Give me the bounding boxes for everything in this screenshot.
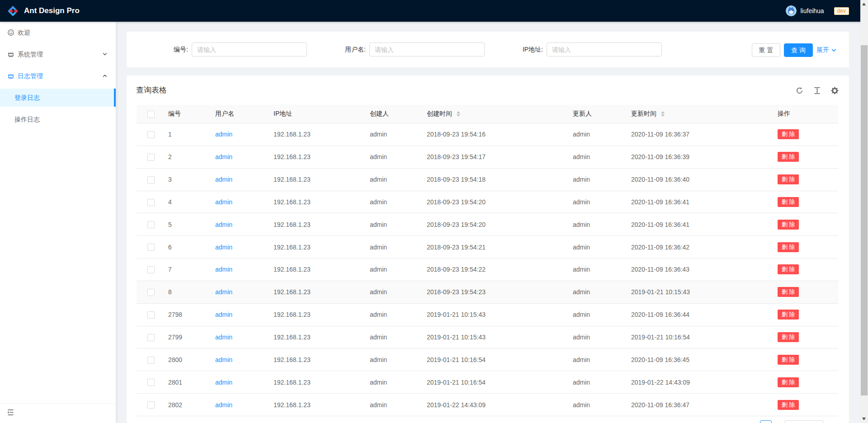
cell-updated: 2020-11-09 16:36:41 bbox=[631, 198, 689, 206]
row-checkbox[interactable] bbox=[147, 357, 155, 364]
user-link[interactable]: admin bbox=[215, 198, 232, 206]
row-checkbox[interactable] bbox=[147, 199, 155, 206]
col-header-created[interactable]: 创建时间 bbox=[420, 105, 566, 123]
query-button[interactable]: 查 询 bbox=[784, 43, 813, 57]
table-row: 2801admin192.168.1.23admin2019-01-21 10:… bbox=[137, 371, 838, 394]
table-row: 5admin192.168.1.23admin2018-09-23 19:54:… bbox=[137, 213, 838, 236]
sidebar-item-log-mgmt[interactable]: 日志管理 bbox=[0, 67, 116, 85]
sidebar-item-system-mgmt[interactable]: 系统管理 bbox=[0, 45, 116, 63]
table-card: 查询表格 bbox=[127, 75, 849, 423]
cell-created: 2018-09-23 19:54:17 bbox=[427, 153, 486, 160]
menu-fold-icon[interactable] bbox=[7, 409, 14, 416]
delete-button[interactable]: 删 除 bbox=[778, 242, 799, 252]
sidebar-item-welcome[interactable]: 欢迎 bbox=[0, 24, 116, 42]
cell-updated: 2019-01-21 10:15:43 bbox=[631, 288, 690, 296]
username[interactable]: liufeihua bbox=[800, 7, 824, 14]
row-checkbox[interactable] bbox=[147, 131, 155, 138]
reset-button[interactable]: 重 置 bbox=[752, 43, 780, 57]
ip-label: IP地址: bbox=[523, 42, 543, 56]
user-link[interactable]: admin bbox=[215, 221, 232, 228]
pagination-current-page[interactable]: 1 bbox=[760, 420, 772, 423]
user-link[interactable]: admin bbox=[215, 334, 232, 341]
delete-button[interactable]: 删 除 bbox=[778, 310, 799, 320]
row-checkbox[interactable] bbox=[147, 401, 155, 409]
row-checkbox[interactable] bbox=[147, 266, 155, 273]
cell-id: 2801 bbox=[168, 379, 182, 386]
delete-button[interactable]: 删 除 bbox=[778, 355, 799, 365]
user-link[interactable]: admin bbox=[215, 379, 232, 386]
cell-updater: admin bbox=[573, 266, 590, 273]
row-checkbox[interactable] bbox=[147, 176, 155, 183]
delete-button[interactable]: 删 除 bbox=[778, 377, 799, 387]
crown-icon bbox=[8, 73, 14, 79]
reload-icon[interactable] bbox=[796, 87, 803, 94]
cell-id: 1 bbox=[168, 131, 172, 138]
page-scrollbar[interactable] bbox=[860, 0, 868, 423]
app-title: Ant Design Pro bbox=[24, 6, 80, 15]
table-row: 3admin192.168.1.23admin2018-09-23 19:54:… bbox=[137, 169, 838, 191]
row-checkbox[interactable] bbox=[147, 311, 155, 319]
user-link[interactable]: admin bbox=[215, 288, 232, 296]
user-avatar[interactable] bbox=[786, 5, 797, 16]
row-checkbox[interactable] bbox=[147, 221, 155, 228]
delete-button[interactable]: 删 除 bbox=[778, 264, 799, 274]
col-header-creator: 创建人 bbox=[363, 105, 420, 123]
delete-button[interactable]: 删 除 bbox=[778, 332, 799, 342]
sidebar-item-login-log[interactable]: 登录日志 bbox=[0, 89, 116, 107]
cell-updater: admin bbox=[573, 288, 590, 296]
sorter-icon[interactable] bbox=[661, 111, 665, 117]
user-link[interactable]: admin bbox=[215, 153, 232, 160]
select-all-checkbox[interactable] bbox=[147, 111, 155, 118]
row-checkbox[interactable] bbox=[147, 334, 155, 341]
col-header-updated[interactable]: 更新时间 bbox=[624, 105, 770, 123]
column-height-icon[interactable] bbox=[813, 87, 821, 94]
cell-creator: admin bbox=[370, 311, 387, 318]
cell-ip: 192.168.1.23 bbox=[274, 311, 311, 318]
delete-button[interactable]: 删 除 bbox=[778, 287, 799, 297]
user-link[interactable]: admin bbox=[215, 401, 232, 409]
settings-gear-icon[interactable] bbox=[831, 87, 839, 94]
cell-created: 2019-01-22 14:43:09 bbox=[427, 401, 486, 409]
cell-created: 2018-09-23 19:54:22 bbox=[427, 266, 486, 273]
delete-button[interactable]: 删 除 bbox=[778, 400, 799, 410]
user-link[interactable]: admin bbox=[215, 266, 232, 273]
sidebar-item-label: 日志管理 bbox=[18, 67, 43, 85]
delete-button[interactable]: 删 除 bbox=[778, 152, 799, 162]
data-table: 编号 用户名 IP地址 创建人 创建时间 更新人 更新时间 操作 1admin1… bbox=[137, 105, 838, 416]
delete-button[interactable]: 删 除 bbox=[778, 220, 799, 230]
row-checkbox[interactable] bbox=[147, 379, 155, 386]
user-link[interactable]: admin bbox=[215, 131, 232, 138]
pagination-page-size-select[interactable] bbox=[784, 420, 824, 423]
user-link[interactable]: admin bbox=[215, 311, 232, 318]
cell-id: 2800 bbox=[168, 356, 182, 363]
delete-button[interactable]: 删 除 bbox=[778, 129, 799, 139]
cell-ip: 192.168.1.23 bbox=[274, 244, 311, 251]
row-checkbox[interactable] bbox=[147, 244, 155, 251]
row-checkbox[interactable] bbox=[147, 154, 155, 161]
ip-input[interactable] bbox=[547, 42, 662, 56]
scrollbar-thumb[interactable] bbox=[861, 45, 868, 395]
sidebar-item-operation-log[interactable]: 操作日志 bbox=[0, 110, 116, 128]
cell-ip: 192.168.1.23 bbox=[274, 356, 311, 363]
cell-updated: 2020-11-09 16:36:39 bbox=[631, 153, 689, 160]
user-link[interactable]: admin bbox=[215, 176, 232, 183]
logo[interactable]: Ant Design Pro bbox=[7, 0, 80, 22]
row-checkbox[interactable] bbox=[147, 289, 155, 296]
scrollbar-up-arrow[interactable] bbox=[862, 3, 866, 5]
user-link[interactable]: admin bbox=[215, 356, 232, 363]
cell-updated: 2019-01-21 10:16:54 bbox=[631, 334, 690, 341]
sidebar-item-label: 登录日志 bbox=[14, 89, 40, 107]
cell-created: 2018-09-23 19:54:20 bbox=[427, 198, 486, 206]
delete-button[interactable]: 删 除 bbox=[778, 174, 799, 184]
sorter-icon[interactable] bbox=[457, 111, 460, 117]
table-title: 查询表格 bbox=[136, 84, 167, 97]
scrollbar-down-arrow[interactable] bbox=[862, 418, 866, 420]
search-field-id: 编号: bbox=[101, 42, 307, 56]
user-link[interactable]: admin bbox=[215, 244, 232, 251]
delete-button[interactable]: 删 除 bbox=[778, 197, 799, 207]
cell-ip: 192.168.1.23 bbox=[274, 266, 311, 273]
cell-ip: 192.168.1.23 bbox=[274, 401, 311, 409]
expand-link[interactable]: 展开 bbox=[816, 43, 836, 57]
cell-id: 5 bbox=[168, 221, 172, 228]
cell-created: 2018-09-23 19:54:18 bbox=[427, 176, 486, 183]
